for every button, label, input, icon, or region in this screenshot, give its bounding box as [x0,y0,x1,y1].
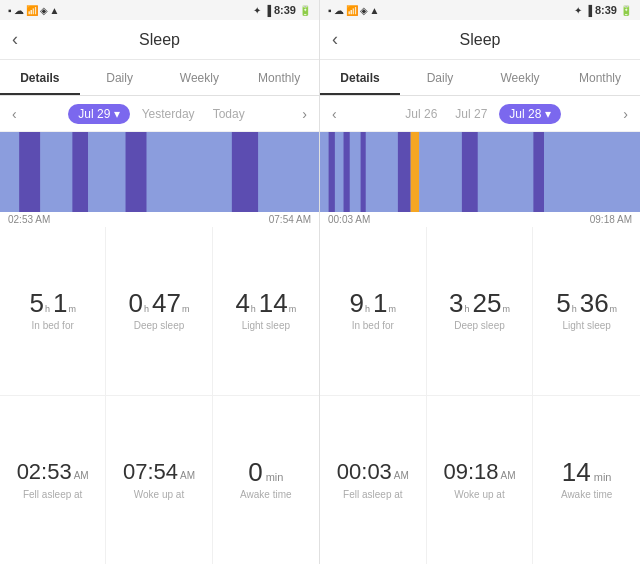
battery-icon: 🔋 [299,5,311,16]
stat-cell-1: 3h 25m Deep sleep [427,227,534,396]
cloud-icon: ☁ [14,5,24,16]
back-button[interactable]: ‹ [12,29,18,50]
svg-rect-5 [88,132,125,212]
svg-rect-19 [411,132,420,212]
stat-cell-2: 5h 36m Light sleep [533,227,640,396]
phone-icon: 📶 [346,5,358,16]
sleep-chart [0,132,319,212]
page-title: Sleep [139,31,180,49]
stat-cell-3: 00:03AM Fell asleep at [320,396,427,565]
next-arrow[interactable]: › [298,106,311,122]
upload-icon: ▲ [50,5,60,16]
sleep-panel: ▪ ☁ 📶 ◈ ▲ ✦ ▐ 8:39 🔋 ‹ Sleep DetailsDail… [320,0,640,564]
svg-rect-15 [350,132,361,212]
tab-daily[interactable]: Daily [400,60,480,95]
tab-bar: DetailsDailyWeeklyMonthly [320,60,640,96]
tab-weekly[interactable]: Weekly [160,60,240,95]
wifi-icon: ▪ [8,5,12,16]
svg-rect-14 [343,132,349,212]
status-time: 8:39 [595,4,617,16]
stat-cell-3: 02:53AM Fell asleep at [0,396,106,565]
stat-cell-0: 5h 1m In bed for [0,227,106,396]
stat-value: 09:18AM [443,459,515,485]
battery-icon: 🔋 [620,5,632,16]
stat-cell-5: 14min Awake time [533,396,640,565]
svg-rect-21 [462,132,478,212]
date-navigation: ‹ Jul 26Jul 27Jul 28 ▾ › [320,96,640,132]
status-icons-right: ✦ ▐ 8:39 🔋 [253,4,311,16]
tab-monthly[interactable]: Monthly [560,60,640,95]
status-bar: ▪ ☁ 📶 ◈ ▲ ✦ ▐ 8:39 🔋 [0,0,319,20]
chart-end-time: 07:54 AM [269,214,311,225]
signal-icon: ▐ [264,5,271,16]
stat-cell-1: 0h 47m Deep sleep [106,227,212,396]
stat-value: 0min [248,459,283,485]
date-item[interactable]: Today [207,104,251,124]
stat-label: Fell asleep at [23,489,82,500]
svg-rect-7 [147,132,232,212]
stat-label: Light sleep [242,320,290,331]
stat-cell-4: 07:54AM Woke up at [106,396,212,565]
chart-svg [320,132,640,212]
date-items: Jul 29 ▾YesterdayToday [68,104,250,124]
bluetooth-icon: ✦ [253,5,261,16]
stat-value: 0h 47m [129,290,190,316]
date-item[interactable]: Jul 26 [399,104,443,124]
chart-time-labels: 00:03 AM 09:18 AM [320,212,640,227]
svg-rect-8 [232,132,259,212]
svg-rect-11 [320,132,329,212]
stat-cell-0: 9h 1m In bed for [320,227,427,396]
chart-svg [0,132,319,212]
chart-start-time: 00:03 AM [328,214,370,225]
svg-rect-24 [544,132,640,212]
status-icons-right: ✦ ▐ 8:39 🔋 [574,4,632,16]
sleep-panel: ▪ ☁ 📶 ◈ ▲ ✦ ▐ 8:39 🔋 ‹ Sleep DetailsDail… [0,0,320,564]
svg-rect-4 [72,132,88,212]
wifi-icon: ▪ [328,5,332,16]
tab-daily[interactable]: Daily [80,60,160,95]
stat-cell-4: 09:18AM Woke up at [427,396,534,565]
date-item[interactable]: Jul 27 [449,104,493,124]
stat-label: In bed for [352,320,394,331]
date-items: Jul 26Jul 27Jul 28 ▾ [399,104,560,124]
signal-icon: ▐ [585,5,592,16]
chart-time-labels: 02:53 AM 07:54 AM [0,212,319,227]
stat-value: 5h 36m [556,290,617,316]
stat-value: 4h 14m [235,290,296,316]
status-icons-left: ▪ ☁ 📶 ◈ ▲ [8,5,59,16]
svg-rect-23 [533,132,544,212]
layers-icon: ◈ [40,5,48,16]
date-item[interactable]: Yesterday [136,104,201,124]
svg-rect-9 [258,132,319,212]
chart-end-time: 09:18 AM [590,214,632,225]
tab-details[interactable]: Details [320,60,400,95]
stats-grid: 9h 1m In bed for 3h 25m Deep sleep 5h 36… [320,227,640,564]
stat-label: Awake time [561,489,613,500]
date-selected[interactable]: Jul 29 ▾ [68,104,129,124]
stat-cell-5: 0min Awake time [213,396,319,565]
tab-weekly[interactable]: Weekly [480,60,560,95]
svg-rect-16 [361,132,366,212]
stat-value: 9h 1m [350,290,396,316]
prev-arrow[interactable]: ‹ [328,106,341,122]
stat-value: 5h 1m [29,290,75,316]
tab-monthly[interactable]: Monthly [239,60,319,95]
stat-label: Fell asleep at [343,489,402,500]
status-icons-left: ▪ ☁ 📶 ◈ ▲ [328,5,379,16]
svg-rect-20 [419,132,462,212]
page-header: ‹ Sleep [320,20,640,60]
cloud-icon: ☁ [334,5,344,16]
prev-arrow[interactable]: ‹ [8,106,21,122]
next-arrow[interactable]: › [619,106,632,122]
svg-rect-18 [398,132,411,212]
stat-label: Woke up at [454,489,504,500]
tab-bar: DetailsDailyWeeklyMonthly [0,60,319,96]
stat-label: Deep sleep [454,320,505,331]
tab-details[interactable]: Details [0,60,80,95]
svg-rect-6 [125,132,146,212]
svg-rect-13 [335,132,344,212]
back-button[interactable]: ‹ [332,29,338,50]
stats-grid: 5h 1m In bed for 0h 47m Deep sleep 4h 14… [0,227,319,564]
page-title: Sleep [460,31,501,49]
date-selected[interactable]: Jul 28 ▾ [499,104,560,124]
